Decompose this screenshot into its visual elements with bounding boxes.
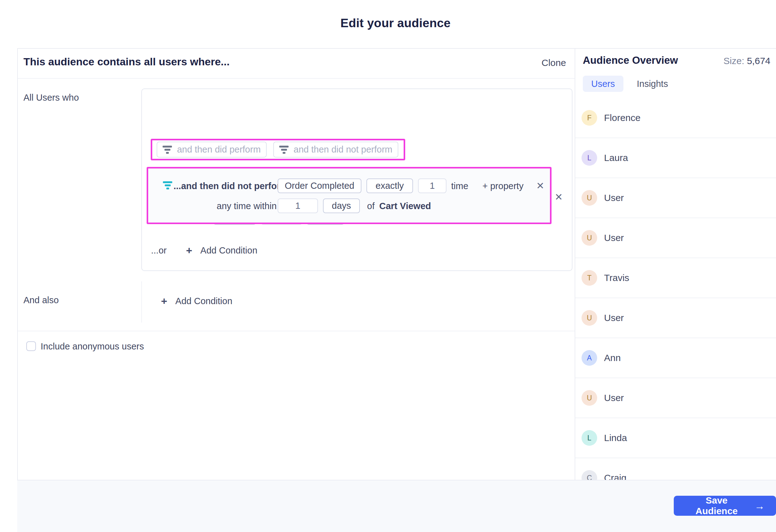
save-audience-label: Save Audience: [685, 495, 748, 516]
condition2-event-select[interactable]: Order Completed: [277, 179, 361, 193]
avatar: T: [582, 270, 597, 286]
and-then-did-not-perform-label: and then did not perform: [294, 145, 392, 155]
group-label-all-users-who: All Users who: [23, 92, 79, 103]
condition2-count-suffix: time: [451, 180, 468, 192]
clone-button[interactable]: Clone: [542, 57, 566, 68]
user-row[interactable]: T Travis: [575, 258, 776, 298]
add-and-condition-button[interactable]: + Add Condition: [161, 296, 232, 306]
user-row[interactable]: C Craig: [575, 458, 776, 480]
content-divider: [18, 331, 575, 331]
condition2-prefix: ...and then did not perform: [174, 180, 288, 192]
avatar-initial: A: [587, 354, 592, 362]
include-anonymous-label: Include anonymous users: [41, 341, 144, 352]
avatar-initial: C: [587, 474, 592, 480]
and-also-label: And also: [23, 295, 59, 305]
avatar: L: [582, 150, 597, 166]
header-divider: [18, 78, 575, 79]
user-row[interactable]: L Laura: [575, 138, 776, 178]
tab-users[interactable]: Users: [583, 76, 623, 92]
condition2-time-prefix: any time within: [217, 200, 277, 212]
funnel-icon: [279, 146, 288, 154]
user-name: Laura: [604, 153, 628, 163]
user-row[interactable]: U User: [575, 378, 776, 418]
condition-card: ...performed Cart Viewed at least 1 time…: [141, 88, 572, 271]
avatar-initial: U: [587, 194, 592, 202]
user-name: Craig: [604, 473, 626, 480]
avatar-initial: L: [587, 154, 592, 162]
user-name: Florence: [604, 112, 641, 123]
add-or-condition-button[interactable]: + Add Condition: [186, 245, 257, 256]
and-then-did-perform-label: and then did perform: [177, 145, 261, 155]
plus-icon: +: [186, 245, 192, 256]
user-name: User: [604, 233, 624, 243]
sidebar-title: Audience Overview: [583, 54, 678, 66]
funnel-icon: [163, 146, 172, 154]
avatar: U: [582, 190, 597, 206]
footer-bar: Save Audience →: [17, 480, 776, 532]
user-name: Travis: [604, 273, 629, 283]
or-label: ...or: [151, 245, 167, 256]
and-then-did-perform-button[interactable]: and then did perform: [157, 142, 267, 158]
user-row[interactable]: U User: [575, 298, 776, 338]
user-row[interactable]: L Linda: [575, 418, 776, 458]
edit-audience-page: Edit your audience This audience contain…: [0, 0, 776, 532]
avatar-initial: L: [587, 434, 592, 442]
avatar-initial: U: [587, 394, 592, 402]
condition2-operator-select[interactable]: exactly: [366, 179, 413, 193]
funnel-icon-teal: [163, 181, 172, 190]
size-label: Size:: [724, 56, 744, 66]
condition2-anchor-event: Cart Viewed: [379, 200, 431, 212]
avatar-initial: T: [587, 274, 592, 282]
tab-insights[interactable]: Insights: [628, 76, 676, 92]
user-name: User: [604, 392, 624, 403]
avatar: C: [582, 470, 597, 480]
page-title: Edit your audience: [0, 16, 776, 30]
arrow-right-icon: →: [754, 501, 765, 511]
avatar: U: [582, 310, 597, 326]
user-row[interactable]: A Ann: [575, 338, 776, 378]
add-condition-label: Add Condition: [175, 296, 232, 306]
and-then-did-not-perform-button[interactable]: and then did not perform: [273, 142, 398, 158]
user-row[interactable]: U User: [575, 218, 776, 258]
or-add-condition-row: ...or + Add Condition: [151, 245, 257, 256]
user-name: Ann: [604, 352, 621, 363]
avatar-initial: F: [587, 114, 592, 122]
user-row[interactable]: U User: [575, 178, 776, 218]
avatar: U: [582, 230, 597, 246]
avatar: U: [582, 390, 597, 406]
avatar: A: [582, 350, 597, 366]
condition2-of-label: of: [367, 200, 375, 212]
save-audience-button[interactable]: Save Audience →: [674, 496, 776, 516]
condition2-highlight-box: ...and then did not perform Order Comple…: [147, 167, 552, 224]
condition2-time-unit-select[interactable]: days: [323, 199, 360, 213]
remove-condition2-icon[interactable]: ✕: [536, 181, 544, 191]
add-condition-label: Add Condition: [200, 245, 257, 256]
builder-header-title: This audience contains all users where..…: [23, 56, 229, 68]
avatar: F: [582, 110, 597, 125]
sequence-suggestions-highlight: and then did perform and then did not pe…: [151, 139, 405, 160]
user-name: User: [604, 193, 624, 203]
condition2-count-input[interactable]: 1: [418, 179, 446, 193]
audience-overview-sidebar: Audience Overview Size: 5,674 Users Insi…: [575, 49, 776, 480]
user-name: Linda: [604, 433, 627, 443]
plus-icon: +: [161, 296, 167, 306]
sidebar-tabs: Users Insights: [583, 76, 676, 92]
size-value: 5,674: [747, 56, 770, 66]
condition2-time-value-input[interactable]: 1: [277, 199, 318, 213]
user-name: User: [604, 313, 624, 323]
audience-size: Size: 5,674: [724, 56, 770, 66]
user-list: F Florence L Laura U User U User T Travi…: [575, 98, 776, 480]
include-anonymous-checkbox[interactable]: [26, 341, 36, 351]
condition2-add-property-button[interactable]: + property: [482, 180, 523, 192]
avatar: L: [582, 430, 597, 446]
and-also-divider: [141, 281, 142, 323]
avatar-initial: U: [587, 234, 592, 242]
avatar-initial: U: [587, 314, 592, 322]
user-row[interactable]: F Florence: [575, 98, 776, 138]
remove-condition1-icon[interactable]: ✕: [555, 192, 563, 202]
